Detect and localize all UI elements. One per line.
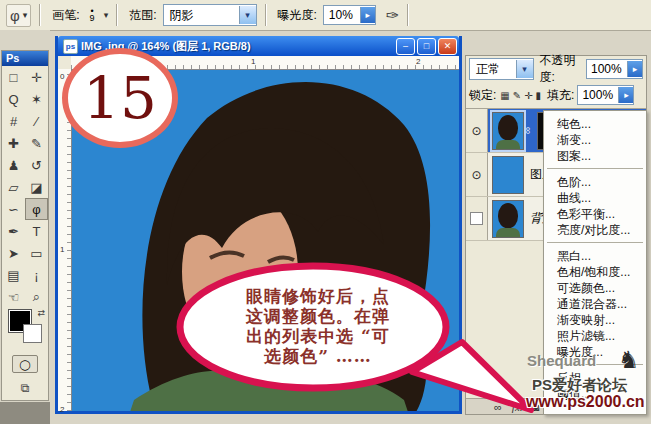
layer-thumbnail[interactable] — [492, 200, 524, 238]
exposure-value: 10% — [324, 8, 360, 22]
divider — [39, 4, 40, 26]
menu-item[interactable]: 色彩平衡... — [544, 206, 646, 222]
airbrush-toggle-icon[interactable]: ✑ — [386, 6, 399, 25]
crop-tool[interactable]: # — [2, 110, 25, 132]
menu-item[interactable]: 黑白... — [544, 248, 646, 264]
type-tool[interactable]: T — [25, 220, 48, 242]
chevron-down-icon: ▾ — [23, 10, 28, 20]
notes-tool[interactable]: ▤ — [2, 264, 25, 286]
brush-preview[interactable]: • 9 — [86, 7, 99, 23]
tools-palette: Ps □✛Q✶#∕✚✎♟↺▱◪∽φ✒T➤▭▤¡☜⌕ ⇄ ◯ ⧉ — [1, 50, 49, 401]
ps-file-icon: ps — [63, 39, 78, 54]
menu-item[interactable]: 照片滤镜... — [544, 328, 646, 344]
smudge-tool[interactable]: ∽ — [2, 198, 25, 220]
menu-item[interactable]: 阈值... — [544, 386, 646, 402]
exposure-label: 曝光度: — [278, 7, 317, 24]
minimize-button[interactable]: – — [396, 38, 415, 55]
speech-bubble-line: 眼睛修饰好后，点 — [196, 286, 440, 306]
screen-mode-button[interactable]: ⧉ — [2, 376, 48, 400]
lock-icons: ▦✎✛▮ — [500, 90, 541, 101]
clone-stamp-tool[interactable]: ♟ — [2, 154, 25, 176]
layer-thumbnail[interactable] — [492, 156, 524, 194]
speech-bubble-line: 这调整颜色。在弹 — [196, 306, 440, 326]
hand-tool[interactable]: ☜ — [2, 286, 25, 308]
lock-row: 锁定: ▦✎✛▮ 填充: 100% ▸ — [466, 82, 646, 108]
history-brush-tool[interactable]: ↺ — [25, 154, 48, 176]
maximize-button[interactable]: □ — [417, 38, 436, 55]
spinner-arrow-icon[interactable]: ▸ — [618, 87, 633, 103]
link-layers-icon[interactable]: ∞ — [494, 401, 502, 413]
chevron-down-icon[interactable]: ▾ — [104, 10, 109, 20]
menu-item[interactable]: 曲线... — [544, 190, 646, 206]
rectangular-marquee-tool[interactable]: □ — [2, 66, 25, 88]
layer-mask-icon[interactable]: ◙ — [533, 401, 540, 413]
color-swatches: ⇄ — [2, 308, 48, 352]
eyedropper-tool[interactable]: ¡ — [25, 264, 48, 286]
fill-value: 100% — [578, 88, 618, 102]
healing-brush-tool[interactable]: ✚ — [2, 132, 25, 154]
visibility-eye-icon[interactable]: ⊙ — [466, 153, 488, 196]
mask-link-icon[interactable]: ∞ — [523, 127, 534, 134]
layer-style-icon[interactable]: fx. — [512, 401, 523, 413]
speech-bubble-line: 选颜色” …… — [196, 346, 440, 366]
lock-label: 锁定: — [469, 87, 496, 104]
brush-size-value: 9 — [90, 15, 95, 22]
speech-bubble-line: 出的列表中选 “可 — [196, 326, 440, 346]
spinner-arrow-icon[interactable]: ▸ — [360, 7, 375, 23]
menu-item[interactable]: 色相/饱和度... — [544, 264, 646, 280]
empty-checkbox — [470, 212, 483, 225]
menu-item[interactable]: 渐变... — [544, 132, 646, 148]
adjustment-layer-menu: 纯色...渐变...图案...色阶...曲线...色彩平衡...亮度/对比度..… — [543, 110, 647, 415]
ruler-corner — [58, 56, 72, 70]
ruler-number: 2 — [416, 57, 420, 66]
blend-mode-value: 正常 — [470, 61, 516, 78]
move-tool[interactable]: ✛ — [25, 66, 48, 88]
speech-bubble-text: 眼睛修饰好后，点这调整颜色。在弹出的列表中选 “可选颜色” …… — [196, 286, 440, 366]
opacity-input[interactable]: 100% ▸ — [586, 59, 643, 79]
swap-colors-icon[interactable]: ⇄ — [37, 308, 45, 318]
tool-preset-dropdown[interactable]: φ ▾ — [6, 4, 31, 27]
lock-all-icon[interactable]: ▮ — [536, 90, 542, 101]
zoom-tool[interactable]: ⌕ — [25, 286, 48, 308]
menu-item[interactable]: 反相 — [544, 370, 646, 386]
menu-item[interactable]: 亮度/对比度... — [544, 222, 646, 238]
path-selection-tool[interactable]: ➤ — [2, 242, 25, 264]
visibility-eye-icon[interactable]: ⊙ — [466, 109, 488, 152]
photoshop-application: φ ▾ 画笔: • 9 ▾ 范围: 阴影 ▾ 曝光度: 10% ▸ ✑ Ps □… — [0, 0, 651, 424]
divider — [116, 4, 117, 26]
menu-item[interactable]: 可选颜色... — [544, 280, 646, 296]
brush-tool[interactable]: ✎ — [25, 132, 48, 154]
chevron-down-icon[interactable]: ▾ — [239, 6, 256, 24]
pen-tool[interactable]: ✒ — [2, 220, 25, 242]
layer-thumbnail[interactable] — [492, 112, 524, 150]
lock-paint-icon[interactable]: ✎ — [513, 90, 521, 101]
menu-item[interactable]: 图案... — [544, 148, 646, 164]
menu-item[interactable]: 色阶... — [544, 174, 646, 190]
slice-tool[interactable]: ∕ — [25, 110, 48, 132]
chevron-down-icon[interactable]: ▾ — [516, 60, 533, 78]
quick-mask-button[interactable]: ◯ — [12, 355, 38, 373]
menu-item[interactable]: 纯色... — [544, 116, 646, 132]
exposure-input[interactable]: 10% ▸ — [323, 5, 376, 25]
fill-input[interactable]: 100% ▸ — [577, 85, 634, 105]
menu-separator — [547, 168, 643, 169]
gradient-tool[interactable]: ◪ — [25, 176, 48, 198]
lasso-tool[interactable]: Q — [2, 88, 25, 110]
range-label: 范围: — [129, 7, 156, 24]
fill-label: 填充: — [547, 87, 574, 104]
spinner-arrow-icon[interactable]: ▸ — [627, 61, 642, 77]
eraser-tool[interactable]: ▱ — [2, 176, 25, 198]
background-color-swatch[interactable] — [23, 324, 42, 343]
menu-item[interactable]: 通道混合器... — [544, 296, 646, 312]
range-dropdown[interactable]: 阴影 ▾ — [163, 4, 257, 26]
lock-transparency-icon[interactable]: ▦ — [500, 90, 509, 101]
dodge-tool[interactable]: φ — [25, 198, 48, 220]
menu-item[interactable]: 渐变映射... — [544, 312, 646, 328]
close-button[interactable]: ✕ — [438, 38, 457, 55]
menu-item[interactable]: 曝光度... — [544, 344, 646, 360]
magic-wand-tool[interactable]: ✶ — [25, 88, 48, 110]
visibility-empty-checkbox[interactable] — [466, 197, 488, 240]
blend-mode-dropdown[interactable]: 正常 ▾ — [469, 58, 534, 80]
lock-position-icon[interactable]: ✛ — [524, 90, 532, 101]
shape-tool[interactable]: ▭ — [25, 242, 48, 264]
